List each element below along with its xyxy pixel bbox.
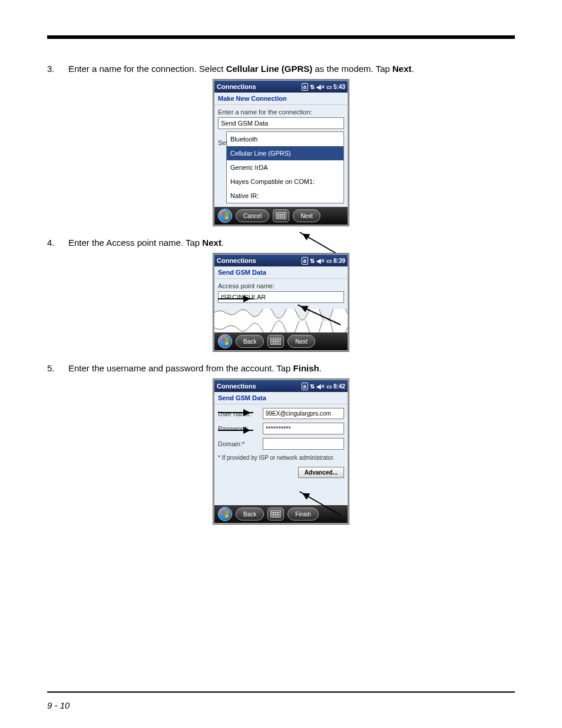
- modem-select[interactable]: Bluetooth Cellular Line (GPRS) Generic I…: [226, 131, 344, 203]
- t: Cellular Line (GPRS): [226, 64, 313, 74]
- finish-button[interactable]: Finish: [287, 508, 319, 521]
- domain-label: Domain:*: [218, 440, 259, 447]
- windows-flag-icon: [221, 212, 229, 219]
- keyboard-button[interactable]: [267, 508, 284, 521]
- start-button[interactable]: [218, 209, 232, 223]
- t: Enter the Access point name. Tap: [68, 238, 202, 248]
- t: Enter a name for the connection. Select: [68, 64, 226, 74]
- step-text: Enter the username and password from the…: [68, 362, 515, 374]
- footer-rule: [47, 691, 515, 693]
- keyboard-icon: [276, 212, 286, 219]
- ppc-window-2: Connections a ⇅ ◀× ▭ 8:39 Send GSM Data …: [213, 253, 349, 351]
- step-number: 4.: [47, 236, 68, 249]
- window-body: Enter a name for the connection: Send GS…: [214, 105, 348, 207]
- volume-icon: ◀×: [316, 84, 325, 90]
- arrow-icon: [218, 412, 253, 413]
- page-number: 9 - 10: [47, 700, 70, 710]
- clock: 8:39: [333, 258, 345, 264]
- signal-icon: ⇅: [310, 84, 315, 90]
- connection-name-input[interactable]: Send GSM Data: [218, 117, 344, 129]
- titlebar: Connections a ⇅ ◀× ▭ 8:42: [214, 380, 348, 392]
- prompt-label: Access point name:: [218, 282, 344, 289]
- window-body: Access point name: ISP.CINGULAR: [214, 279, 348, 309]
- modem-option[interactable]: Native IR:: [226, 189, 344, 203]
- step-number: 5.: [47, 362, 68, 374]
- step-number: 3.: [47, 62, 68, 75]
- back-button[interactable]: Back: [236, 335, 264, 348]
- step-4: 4. Enter the Access point name. Tap Next…: [47, 236, 515, 249]
- t: as the modem. Tap: [312, 64, 392, 74]
- windows-flag-icon: [221, 510, 229, 518]
- next-button[interactable]: Next: [287, 335, 315, 348]
- t: Finish: [293, 363, 319, 373]
- titlebar: Connections a ⇅ ◀× ▭ 5:43: [214, 81, 348, 93]
- keyboard-icon: [270, 338, 281, 345]
- clock: 8:42: [333, 383, 345, 390]
- modem-option[interactable]: Generic IrDA: [226, 160, 344, 174]
- window-title: Connections: [217, 83, 256, 90]
- username-input[interactable]: 99EX@cingulargprs.com: [263, 408, 344, 419]
- input-mode-icon: a: [302, 83, 309, 91]
- back-button[interactable]: Back: [236, 508, 264, 521]
- input-mode-icon: a: [302, 383, 309, 390]
- ppc-window-3: Connections a ⇅ ◀× ▭ 8:42 Send GSM Data …: [213, 379, 349, 524]
- password-input[interactable]: **********: [263, 423, 344, 434]
- next-button[interactable]: Next: [293, 209, 320, 222]
- domain-input[interactable]: [263, 438, 344, 450]
- modem-option[interactable]: Hayes Compatible on COM1:: [226, 174, 344, 189]
- t: .: [222, 238, 224, 248]
- screenshot-2-wrap: Connections a ⇅ ◀× ▭ 8:39 Send GSM Data …: [47, 253, 515, 351]
- window-title: Connections: [217, 383, 256, 390]
- top-rule: [47, 35, 515, 39]
- step-5: 5. Enter the username and password from …: [47, 362, 515, 374]
- subtitle: Send GSM Data: [214, 266, 348, 279]
- cancel-button[interactable]: Cancel: [236, 209, 269, 222]
- start-button[interactable]: [218, 507, 232, 521]
- t: .: [412, 64, 414, 74]
- modem-option[interactable]: Bluetooth: [226, 131, 344, 146]
- screenshot-1-wrap: Connections a ⇅ ◀× ▭ 5:43 Make New Conne…: [47, 80, 515, 226]
- battery-icon: ▭: [326, 383, 332, 390]
- ppc-window-1: Connections a ⇅ ◀× ▭ 5:43 Make New Conne…: [213, 80, 349, 226]
- subtitle: Make New Connection: [214, 93, 348, 105]
- t: Enter the username and password from the…: [68, 363, 293, 373]
- step-3: 3. Enter a name for the connection. Sele…: [47, 62, 515, 75]
- keyboard-button[interactable]: [267, 335, 284, 348]
- advanced-button[interactable]: Advanced...: [298, 467, 344, 478]
- window-title: Connections: [217, 257, 256, 264]
- clock: 5:43: [333, 84, 345, 90]
- input-mode-icon: a: [302, 257, 309, 265]
- bottombar: Back Next: [214, 332, 348, 350]
- prompt-label: Enter a name for the connection:: [218, 108, 344, 116]
- arrow-icon: [218, 430, 253, 431]
- battery-icon: ▭: [326, 84, 332, 90]
- battery-icon: ▭: [326, 258, 332, 264]
- t: .: [319, 363, 322, 373]
- subtitle: Send GSM Data: [214, 392, 348, 404]
- keyboard-button[interactable]: [273, 209, 289, 222]
- volume-icon: ◀×: [316, 258, 325, 264]
- windows-flag-icon: [221, 338, 229, 345]
- t: Next: [392, 64, 412, 74]
- domain-note: * If provided by ISP or network administ…: [218, 454, 344, 461]
- apn-input[interactable]: ISP.CINGULAR: [218, 291, 344, 303]
- keyboard-icon: [270, 510, 281, 518]
- modem-option-selected[interactable]: Cellular Line (GPRS): [226, 146, 344, 160]
- bottombar: Cancel Next: [214, 207, 348, 225]
- signal-icon: ⇅: [310, 258, 315, 264]
- screenshot-3-wrap: Connections a ⇅ ◀× ▭ 8:42 Send GSM Data …: [47, 379, 515, 524]
- torn-edge: [214, 321, 348, 332]
- titlebar: Connections a ⇅ ◀× ▭ 8:39: [214, 255, 348, 266]
- step-text: Enter the Access point name. Tap Next.: [68, 236, 515, 249]
- t: Next: [202, 238, 222, 248]
- start-button[interactable]: [218, 334, 232, 348]
- arrow-icon: [218, 298, 253, 299]
- signal-icon: ⇅: [310, 383, 315, 390]
- select-prefix: Sel: [218, 139, 227, 146]
- window-body: User name: 99EX@cingulargprs.com Passwor…: [214, 404, 348, 505]
- volume-icon: ◀×: [316, 383, 325, 390]
- step-text: Enter a name for the connection. Select …: [68, 62, 515, 75]
